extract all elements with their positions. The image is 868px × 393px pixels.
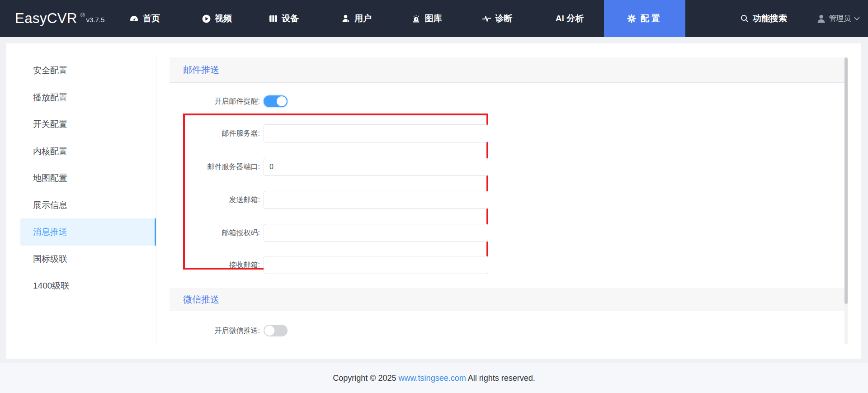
nav-item-user[interactable]: 用户 [342,0,372,37]
toggle-knob [264,326,274,336]
mail-authcode-input[interactable] [264,224,488,242]
sidebar-item-kernel[interactable]: 内核配置 [20,138,156,165]
content-scrollbar-thumb[interactable] [844,57,848,304]
top-navbar: EasyCVR ® v3.7.5 首页 视频 设备 用户 [0,0,868,37]
search-icon [741,14,749,23]
search-label: 功能搜索 [753,13,787,24]
pulse-icon [482,14,491,23]
sidebar-item-1400-cascade[interactable]: 1400级联 [20,272,156,299]
sidebar-item-playback[interactable]: 播放配置 [20,84,156,111]
footer-link[interactable]: www.tsingsee.com [399,374,466,383]
nav-item-diagnosis[interactable]: 诊断 [482,0,513,37]
footer-copyright-pre: Copyright © 2025 [333,374,398,383]
main-panel: 安全配置 播放配置 开关配置 内核配置 地图配置 展示信息 消息推送 国标级联 … [6,43,861,359]
nav-item-config-active[interactable]: 配置 [604,0,685,37]
nav-item-label: 用户 [354,13,372,24]
sidebar-item-message-push-active[interactable]: 消息推送 [20,218,156,246]
sidebar-item-map[interactable]: 地图配置 [20,165,156,192]
section-title-text: 微信推送 [183,294,219,304]
avatar-icon [816,14,826,24]
section-title-email-push: 邮件推送 [170,57,844,83]
user-icon [342,14,350,23]
nav-item-ai-analysis[interactable]: AI 分析 [556,0,584,37]
registered-mark: ® [80,12,85,19]
sidebar-divider [156,57,156,345]
gauge-icon [129,14,139,23]
nav-item-label: 图库 [425,13,442,24]
nav-item-device[interactable]: 设备 [269,0,299,37]
email-toggle-label: 开启邮件提醒: [172,95,260,114]
nav-item-home[interactable]: 首页 [129,0,160,37]
app-logo-text: EasyCVR [15,10,77,27]
content-scrollbar-track [844,57,848,345]
nav-item-label: 视频 [215,13,232,24]
email-alert-toggle[interactable] [264,95,288,107]
nav-item-label: 诊断 [495,13,513,24]
nav-item-label: AI 分析 [556,13,584,24]
nav-item-label: 首页 [143,13,160,24]
mail-authcode-label: 邮箱授权码: [172,224,260,242]
user-menu[interactable]: 管理员 [816,0,860,37]
chevron-down-icon [854,17,860,21]
mail-port-label: 邮件服务器端口: [172,158,260,176]
nav-item-gallery[interactable]: 图库 [412,0,442,37]
nav-item-label: 设备 [282,13,299,24]
function-search[interactable]: 功能搜索 [741,0,787,37]
app-version: v3.7.5 [86,16,104,24]
footer-copyright: Copyright © 2025 www.tsingsee.com All ri… [0,374,868,383]
play-icon [202,14,211,23]
mail-port-input[interactable] [264,158,488,176]
toggle-knob [277,96,287,106]
wechat-toggle-label: 开启微信推送: [172,325,260,343]
receive-mail-input[interactable] [264,256,488,274]
send-mail-label: 发送邮箱: [172,191,260,209]
sidebar-item-security[interactable]: 安全配置 [20,57,156,84]
footer-copyright-post: All rights reserved. [466,374,535,383]
device-icon [269,14,278,23]
sidebar-item-switch[interactable]: 开关配置 [20,111,156,138]
sidebar-item-gb-cascade[interactable]: 国标级联 [20,246,156,273]
nav-item-video[interactable]: 视频 [202,0,232,37]
nav-item-label: 配置 [641,13,662,24]
user-label: 管理员 [829,14,851,24]
app-logo: EasyCVR ® v3.7.5 [15,0,104,37]
sidebar-item-display[interactable]: 展示信息 [20,192,156,219]
wechat-push-toggle[interactable] [264,325,288,336]
mail-server-input[interactable] [264,124,488,142]
receive-mail-label: 接收邮箱: [172,256,260,274]
section-title-text: 邮件推送 [183,65,219,75]
mail-server-label: 邮件服务器: [172,124,260,142]
siren-icon [412,14,421,23]
gear-icon [627,14,636,23]
send-mail-input[interactable] [264,191,488,209]
section-title-wechat-push: 微信推送 [170,288,844,311]
